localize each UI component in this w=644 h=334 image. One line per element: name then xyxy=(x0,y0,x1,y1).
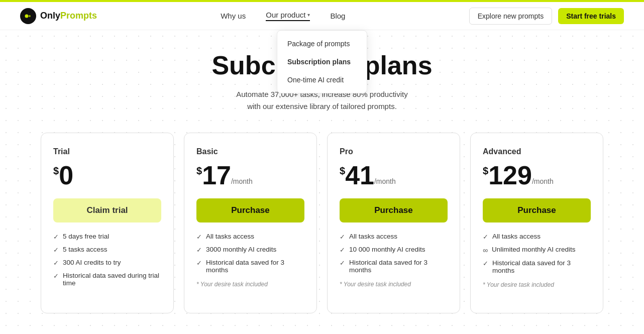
svg-point-2 xyxy=(29,15,31,17)
desired-task-note: * Your desire task included xyxy=(196,281,304,288)
feature-list: ✓All tasks access∞Unlimited monthly AI c… xyxy=(483,233,591,274)
dropdown-subscription-plans[interactable]: Subscription plans xyxy=(277,53,367,71)
feature-item: ✓All tasks access xyxy=(483,233,591,241)
pricing-grid: Trial $ 0 Claim trial ✓5 days free trial… xyxy=(26,133,618,313)
price-amount: 129 xyxy=(488,162,532,188)
start-free-trials-button[interactable]: Start free trials xyxy=(558,8,624,24)
desired-task-note: * Your desire task included xyxy=(483,281,591,288)
check-icon: ✓ xyxy=(53,246,59,254)
explore-prompts-button[interactable]: Explore new prompts xyxy=(469,8,553,25)
infinity-icon: ∞ xyxy=(483,246,488,254)
pricing-card-basic: Basic $ 17 /month Purchase ✓All tasks ac… xyxy=(184,133,317,313)
desired-task-note: * Your desire task included xyxy=(340,281,448,288)
price-dollar: $ xyxy=(53,165,59,177)
feature-list: ✓All tasks access✓3000 monthly AI credit… xyxy=(196,233,304,274)
price-area: $ 17 /month xyxy=(196,162,304,188)
nav-why-us[interactable]: Why us xyxy=(221,12,246,20)
header-actions: Explore new prompts Start free trials xyxy=(469,8,624,25)
nav-our-product[interactable]: Our product ▾ xyxy=(266,11,310,21)
price-amount: 41 xyxy=(345,162,374,188)
plan-name: Advanced xyxy=(483,147,591,156)
price-amount: 17 xyxy=(202,162,231,188)
feature-item: ✓5 tasks access xyxy=(53,246,161,254)
main-nav: Why us Our product ▾ Blog xyxy=(221,11,345,21)
header: OnlyPrompts Why us Our product ▾ Blog Ex… xyxy=(0,2,644,30)
feature-item: ✓3000 monthly AI credits xyxy=(196,246,304,254)
check-icon: ✓ xyxy=(483,260,488,267)
pricing-card-pro: Pro $ 41 /month Purchase ✓All tasks acce… xyxy=(327,133,460,313)
price-area: $ 41 /month xyxy=(340,162,448,188)
plan-name: Pro xyxy=(340,147,448,156)
feature-item: ✓Historical data saved during trial time xyxy=(53,272,161,287)
purchase-button-advanced[interactable]: Purchase xyxy=(483,198,591,222)
dropdown-package-of-prompts[interactable]: Package of prompts xyxy=(277,35,367,53)
feature-item: ✓10 000 monthly AI credits xyxy=(340,246,448,254)
feature-list: ✓All tasks access✓10 000 monthly AI cred… xyxy=(340,233,448,274)
check-icon: ✓ xyxy=(53,272,59,280)
feature-list: ✓5 days free trial✓5 tasks access✓300 AI… xyxy=(53,233,161,287)
logo-text: OnlyPrompts xyxy=(40,11,97,21)
pricing-card-trial: Trial $ 0 Claim trial ✓5 days free trial… xyxy=(41,133,174,313)
logo[interactable]: OnlyPrompts xyxy=(20,8,97,24)
check-icon: ✓ xyxy=(483,233,488,241)
purchase-button-basic[interactable]: Purchase xyxy=(196,198,304,222)
feature-item: ✓5 days free trial xyxy=(53,233,161,241)
price-area: $ 0 xyxy=(53,162,161,188)
purchase-button-pro[interactable]: Purchase xyxy=(340,198,448,222)
chevron-down-icon: ▾ xyxy=(307,12,310,18)
feature-item: ✓Historical data saved for 3 months xyxy=(483,259,591,274)
nav-blog[interactable]: Blog xyxy=(330,12,345,20)
product-dropdown: Package of prompts Subscription plans On… xyxy=(277,30,367,93)
feature-item: ✓Historical data saved for 3 months xyxy=(196,259,304,274)
check-icon: ✓ xyxy=(196,233,202,241)
price-area: $ 129 /month xyxy=(483,162,591,188)
check-icon: ✓ xyxy=(340,233,345,241)
feature-item: ✓Historical data saved for 3 months xyxy=(340,259,448,274)
dropdown-one-time-ai-credit[interactable]: One-time AI credit xyxy=(277,71,367,89)
price-dollar: $ xyxy=(340,165,345,177)
price-dollar: $ xyxy=(483,165,488,177)
check-icon: ✓ xyxy=(196,246,202,254)
claim-trial-button[interactable]: Claim trial xyxy=(53,198,161,222)
logo-icon xyxy=(20,8,36,24)
feature-item: ✓300 AI credits to try xyxy=(53,259,161,267)
check-icon: ✓ xyxy=(53,233,59,241)
feature-item: ✓All tasks access xyxy=(196,233,304,241)
plan-name: Basic xyxy=(196,147,304,156)
price-dollar: $ xyxy=(196,165,202,177)
check-icon: ✓ xyxy=(340,259,345,267)
pricing-card-advanced: Advanced $ 129 /month Purchase ✓All task… xyxy=(470,133,603,313)
feature-item: ✓All tasks access xyxy=(340,233,448,241)
check-icon: ✓ xyxy=(340,246,345,254)
check-icon: ✓ xyxy=(196,259,202,267)
price-amount: 0 xyxy=(59,162,73,188)
plan-name: Trial xyxy=(53,147,161,156)
svg-point-1 xyxy=(25,14,29,18)
check-icon: ✓ xyxy=(53,259,59,267)
feature-item: ∞Unlimited monthly AI credits xyxy=(483,246,591,254)
